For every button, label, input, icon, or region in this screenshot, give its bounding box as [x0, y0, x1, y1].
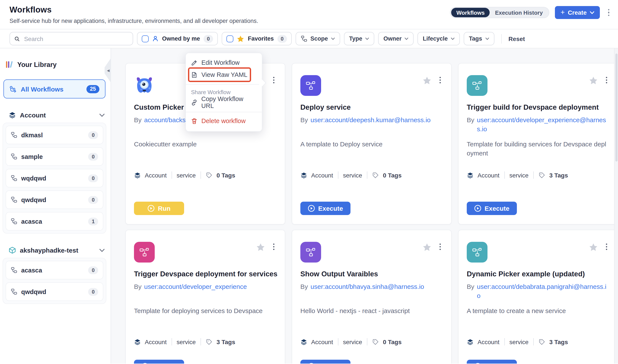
owner-link[interactable]: account/backs	[144, 115, 186, 124]
menu-item-edit-workflow[interactable]: Edit Workflow	[186, 57, 262, 69]
scope-dropdown[interactable]: Scope	[296, 32, 340, 45]
workflow-meta: Account service 3 Tags	[134, 338, 235, 345]
tags-dropdown[interactable]: Tags	[464, 32, 494, 45]
library-sidebar: ◀ Your Library All Workflows 25 Account …	[0, 48, 111, 364]
sidebar-item-acasca-2[interactable]: acasca 0	[6, 261, 103, 279]
owner-link[interactable]: user:account/bhavya.sinha@harness.io	[310, 282, 424, 291]
tags-label: 0 Tags	[383, 338, 402, 345]
chevron-down-icon	[590, 11, 594, 14]
workflow-description: Template for building services for Devsp…	[467, 140, 609, 158]
sidebar-item-dkmasl[interactable]: dkmasl 0	[6, 126, 103, 144]
menu-item-view-raw-yaml[interactable]: View Raw YAML	[186, 69, 262, 81]
workflow-title: Show Output Varaibles	[300, 270, 378, 278]
card-more-options-icon[interactable]	[606, 76, 607, 85]
card-more-options-icon[interactable]	[273, 242, 274, 251]
workflow-card-trigger-build: Trigger build for Devspace deployment By…	[458, 63, 618, 224]
favorites-count: 0	[277, 35, 287, 42]
sidebar-item-qwdqwd[interactable]: qwdqwd 0	[6, 190, 103, 209]
project-icon	[11, 196, 17, 203]
tag-icon	[538, 338, 545, 345]
owned-by-me-count: 0	[203, 35, 213, 42]
workflow-byline: By user:account/developer_experience@har…	[467, 115, 609, 133]
project-icon	[11, 132, 17, 138]
plus-icon: +	[561, 9, 565, 16]
trash-icon	[191, 118, 198, 124]
owned-by-me-filter[interactable]: Owned by me 0	[137, 32, 218, 45]
project-icon	[11, 153, 17, 160]
divider	[501, 34, 501, 43]
sidebar-item-all-workflows[interactable]: All Workflows 25	[3, 79, 106, 98]
execute-button[interactable]: Execute	[467, 202, 517, 215]
type-label: service	[509, 172, 529, 179]
sidebar-section-account[interactable]: Account	[9, 111, 105, 119]
divider	[186, 84, 262, 85]
workflow-meta: Account service 0 Tags	[300, 338, 402, 345]
execute-button[interactable]: Execute	[300, 360, 350, 364]
workflow-byline: By user:account/deepesh.kumar@harness.io	[300, 115, 443, 124]
sidebar-section-akshayphadke-test[interactable]: akshayphadke-test	[9, 247, 105, 254]
project-icon	[11, 288, 17, 295]
workflow-card-trigger-devspace: Trigger Devspace deployment for services…	[125, 230, 285, 364]
owned-by-me-checkbox[interactable]	[142, 35, 149, 42]
favorite-star-icon[interactable]	[423, 77, 431, 85]
type-dropdown[interactable]: Type	[344, 32, 374, 45]
owner-link[interactable]: user:account/debabrata.panigrahi@harness…	[477, 282, 609, 300]
card-more-options-icon[interactable]	[440, 76, 441, 85]
type-label: service	[343, 172, 362, 179]
layers-icon	[134, 338, 141, 345]
search-icon	[14, 36, 20, 42]
run-button[interactable]: Run	[134, 202, 184, 215]
play-icon	[308, 205, 315, 212]
scrollbar[interactable]	[614, 48, 618, 364]
type-label: service	[176, 172, 196, 179]
search-input[interactable]	[23, 35, 128, 42]
page-title: Workflows	[10, 5, 52, 15]
owner-dropdown[interactable]: Owner	[378, 32, 414, 45]
tags-label: 3 Tags	[549, 338, 568, 345]
page-header: Workflows Self-service hub for new appli…	[0, 0, 618, 29]
chevron-down-icon	[99, 248, 105, 252]
menu-item-copy-workflow-url[interactable]: Copy Workflow URL	[186, 96, 262, 108]
sidebar-item-sample[interactable]: sample 0	[6, 147, 103, 166]
favorite-star-icon[interactable]	[589, 243, 598, 251]
tab-workflows[interactable]: Workflows	[451, 8, 490, 17]
sidebar-item-acasca[interactable]: acasca 1	[6, 212, 103, 231]
favorite-star-icon[interactable]	[256, 243, 265, 251]
project-count: 0	[88, 266, 98, 274]
create-button[interactable]: + Create	[555, 6, 600, 19]
owner-link[interactable]: user:account/developer_experience@harnes…	[477, 115, 609, 133]
execute-button[interactable]: Execute	[300, 202, 350, 215]
favorite-star-icon[interactable]	[589, 77, 598, 85]
menu-item-delete-workflow[interactable]: Delete workflow	[186, 115, 262, 127]
owner-link[interactable]: user:account/deepesh.kumar@harness.io	[310, 115, 431, 124]
header-more-options-icon[interactable]	[605, 7, 612, 18]
workflow-description: Cookiecutter example	[134, 140, 277, 149]
scope-label: Account	[145, 338, 167, 345]
workflow-byline: By user:account/developer_experience	[134, 282, 277, 291]
workflow-context-menu: Edit Workflow View Raw YAML Share Workfl…	[185, 53, 262, 132]
workflow-title: Trigger build for Devspace deployment	[467, 103, 599, 111]
card-more-options-icon[interactable]	[440, 242, 441, 251]
reset-filters-button[interactable]: Reset	[509, 35, 525, 42]
owner-link[interactable]: user:account/developer_experience	[144, 282, 247, 291]
favorites-filter[interactable]: Favorites 0	[222, 32, 292, 45]
scope-label: Account	[311, 172, 333, 179]
execute-button[interactable]: Execute	[134, 360, 184, 364]
card-more-options-icon[interactable]	[273, 76, 274, 85]
favorites-checkbox[interactable]	[227, 35, 234, 42]
tab-execution-history[interactable]: Execution History	[490, 8, 548, 17]
hierarchy-icon	[301, 35, 307, 42]
favorite-star-icon[interactable]	[423, 243, 431, 251]
lifecycle-dropdown[interactable]: Lifecycle	[417, 32, 460, 45]
sidebar-item-qwdqwd-2[interactable]: qwdqwd 0	[6, 282, 103, 301]
execute-button[interactable]: Execute	[467, 360, 517, 364]
layers-icon	[300, 172, 307, 179]
project-count: 0	[88, 174, 98, 182]
workflow-description: A template to Deploy service	[300, 140, 443, 149]
chevron-down-icon	[404, 37, 408, 40]
sidebar-item-wqdqwd[interactable]: wqdqwd 0	[6, 169, 103, 187]
library-title: Your Library	[17, 61, 57, 68]
search-field[interactable]	[10, 32, 133, 45]
card-more-options-icon[interactable]	[606, 242, 607, 251]
all-workflows-count: 25	[86, 85, 99, 93]
